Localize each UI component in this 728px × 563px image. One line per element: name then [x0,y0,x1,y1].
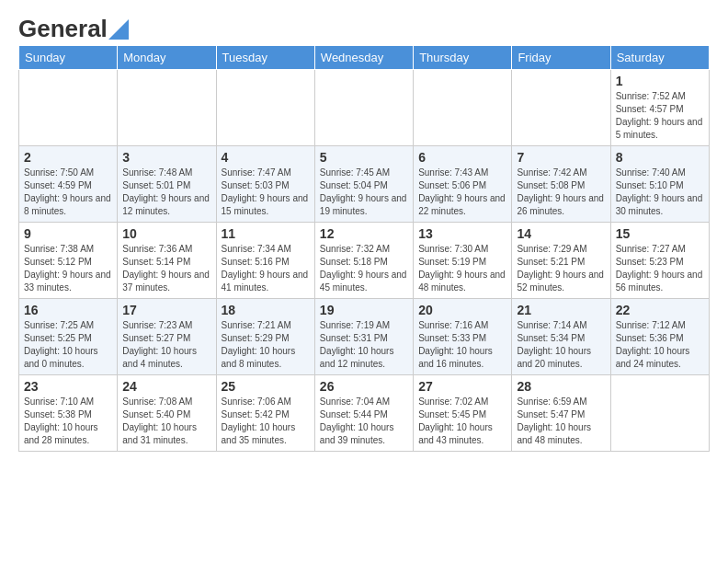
day-number: 28 [517,379,605,394]
day-number: 26 [320,379,408,394]
day-number: 10 [122,226,210,241]
day-cell: 22Sunrise: 7:12 AM Sunset: 5:36 PM Dayli… [610,299,709,375]
day-number: 4 [222,150,310,165]
day-number: 17 [122,303,210,317]
weekday-saturday: Saturday [610,46,709,70]
day-cell: 25Sunrise: 7:06 AM Sunset: 5:42 PM Dayli… [216,375,314,452]
day-cell [216,70,314,146]
weekday-tuesday: Tuesday [216,46,314,70]
day-cell: 1Sunrise: 7:52 AM Sunset: 4:57 PM Daylig… [610,70,709,146]
day-cell: 15Sunrise: 7:27 AM Sunset: 5:23 PM Dayli… [610,223,709,299]
day-info: Sunrise: 7:19 AM Sunset: 5:31 PM Dayligh… [320,319,408,371]
day-cell: 16Sunrise: 7:25 AM Sunset: 5:25 PM Dayli… [19,299,118,375]
day-number: 21 [517,303,605,317]
day-cell: 20Sunrise: 7:16 AM Sunset: 5:33 PM Dayli… [414,299,512,375]
day-info: Sunrise: 7:36 AM Sunset: 5:14 PM Dayligh… [122,243,210,294]
day-info: Sunrise: 7:43 AM Sunset: 5:06 PM Dayligh… [418,167,506,218]
day-number: 9 [24,226,112,241]
day-number: 23 [24,379,112,394]
weekday-thursday: Thursday [414,46,512,70]
day-number: 6 [418,150,506,165]
logo-general: General [18,15,108,43]
day-cell: 3Sunrise: 7:48 AM Sunset: 5:01 PM Daylig… [118,146,216,223]
svg-marker-0 [108,19,129,40]
week-row-4: 16Sunrise: 7:25 AM Sunset: 5:25 PM Dayli… [19,299,710,375]
weekday-wednesday: Wednesday [314,46,413,70]
day-cell: 14Sunrise: 7:29 AM Sunset: 5:21 PM Dayli… [512,223,610,299]
day-number: 15 [616,226,704,241]
day-number: 5 [320,150,408,165]
day-cell [512,70,610,146]
calendar-table: SundayMondayTuesdayWednesdayThursdayFrid… [18,45,710,452]
day-info: Sunrise: 7:52 AM Sunset: 4:57 PM Dayligh… [616,90,704,142]
day-info: Sunrise: 7:25 AM Sunset: 5:25 PM Dayligh… [24,319,112,371]
day-info: Sunrise: 7:50 AM Sunset: 4:59 PM Dayligh… [24,167,112,218]
header: General [18,15,710,40]
day-number: 13 [418,226,506,241]
day-number: 1 [616,74,704,88]
day-cell: 10Sunrise: 7:36 AM Sunset: 5:14 PM Dayli… [118,223,216,299]
day-cell: 18Sunrise: 7:21 AM Sunset: 5:29 PM Dayli… [216,299,314,375]
day-info: Sunrise: 7:40 AM Sunset: 5:10 PM Dayligh… [616,167,704,218]
day-info: Sunrise: 7:14 AM Sunset: 5:34 PM Dayligh… [517,319,605,371]
weekday-friday: Friday [512,46,610,70]
day-cell: 27Sunrise: 7:02 AM Sunset: 5:45 PM Dayli… [414,375,512,452]
week-row-1: 1Sunrise: 7:52 AM Sunset: 4:57 PM Daylig… [19,70,710,146]
weekday-header-row: SundayMondayTuesdayWednesdayThursdayFrid… [19,46,710,70]
day-cell: 28Sunrise: 6:59 AM Sunset: 5:47 PM Dayli… [512,375,610,452]
week-row-3: 9Sunrise: 7:38 AM Sunset: 5:12 PM Daylig… [19,223,710,299]
week-row-5: 23Sunrise: 7:10 AM Sunset: 5:38 PM Dayli… [19,375,710,452]
day-number: 19 [320,303,408,317]
day-number: 11 [222,226,310,241]
logo: General [18,15,129,40]
day-info: Sunrise: 7:10 AM Sunset: 5:38 PM Dayligh… [24,396,112,447]
day-number: 20 [418,303,506,317]
day-info: Sunrise: 7:21 AM Sunset: 5:29 PM Dayligh… [222,319,310,371]
day-cell: 6Sunrise: 7:43 AM Sunset: 5:06 PM Daylig… [414,146,512,223]
day-info: Sunrise: 7:30 AM Sunset: 5:19 PM Dayligh… [418,243,506,294]
day-info: Sunrise: 7:45 AM Sunset: 5:04 PM Dayligh… [320,167,408,218]
day-cell: 24Sunrise: 7:08 AM Sunset: 5:40 PM Dayli… [118,375,216,452]
day-cell: 12Sunrise: 7:32 AM Sunset: 5:18 PM Dayli… [314,223,413,299]
day-cell: 2Sunrise: 7:50 AM Sunset: 4:59 PM Daylig… [19,146,118,223]
day-info: Sunrise: 7:29 AM Sunset: 5:21 PM Dayligh… [517,243,605,294]
day-cell: 26Sunrise: 7:04 AM Sunset: 5:44 PM Dayli… [314,375,413,452]
day-info: Sunrise: 7:23 AM Sunset: 5:27 PM Dayligh… [122,319,210,371]
day-number: 18 [222,303,310,317]
day-cell: 13Sunrise: 7:30 AM Sunset: 5:19 PM Dayli… [414,223,512,299]
day-number: 16 [24,303,112,317]
day-cell: 11Sunrise: 7:34 AM Sunset: 5:16 PM Dayli… [216,223,314,299]
page: General SundayMondayTuesdayWednesdayThur… [0,0,728,466]
day-number: 25 [222,379,310,394]
day-info: Sunrise: 7:02 AM Sunset: 5:45 PM Dayligh… [418,396,506,447]
day-cell: 9Sunrise: 7:38 AM Sunset: 5:12 PM Daylig… [19,223,118,299]
day-cell: 4Sunrise: 7:47 AM Sunset: 5:03 PM Daylig… [216,146,314,223]
day-cell: 19Sunrise: 7:19 AM Sunset: 5:31 PM Dayli… [314,299,413,375]
day-number: 24 [122,379,210,394]
day-info: Sunrise: 7:16 AM Sunset: 5:33 PM Dayligh… [418,319,506,371]
day-info: Sunrise: 7:38 AM Sunset: 5:12 PM Dayligh… [24,243,112,294]
day-info: Sunrise: 7:27 AM Sunset: 5:23 PM Dayligh… [616,243,704,294]
day-info: Sunrise: 7:06 AM Sunset: 5:42 PM Dayligh… [222,396,310,447]
day-info: Sunrise: 6:59 AM Sunset: 5:47 PM Dayligh… [517,396,605,447]
day-cell [414,70,512,146]
day-cell: 17Sunrise: 7:23 AM Sunset: 5:27 PM Dayli… [118,299,216,375]
day-cell [118,70,216,146]
day-number: 22 [616,303,704,317]
week-row-2: 2Sunrise: 7:50 AM Sunset: 4:59 PM Daylig… [19,146,710,223]
day-info: Sunrise: 7:48 AM Sunset: 5:01 PM Dayligh… [122,167,210,218]
day-cell [19,70,118,146]
day-info: Sunrise: 7:34 AM Sunset: 5:16 PM Dayligh… [222,243,310,294]
weekday-monday: Monday [118,46,216,70]
day-cell: 21Sunrise: 7:14 AM Sunset: 5:34 PM Dayli… [512,299,610,375]
day-info: Sunrise: 7:42 AM Sunset: 5:08 PM Dayligh… [517,167,605,218]
day-info: Sunrise: 7:47 AM Sunset: 5:03 PM Dayligh… [222,167,310,218]
day-cell [610,375,709,452]
day-info: Sunrise: 7:32 AM Sunset: 5:18 PM Dayligh… [320,243,408,294]
day-number: 8 [616,150,704,165]
day-number: 2 [24,150,112,165]
day-cell [314,70,413,146]
day-info: Sunrise: 7:04 AM Sunset: 5:44 PM Dayligh… [320,396,408,447]
day-number: 3 [122,150,210,165]
weekday-sunday: Sunday [19,46,118,70]
